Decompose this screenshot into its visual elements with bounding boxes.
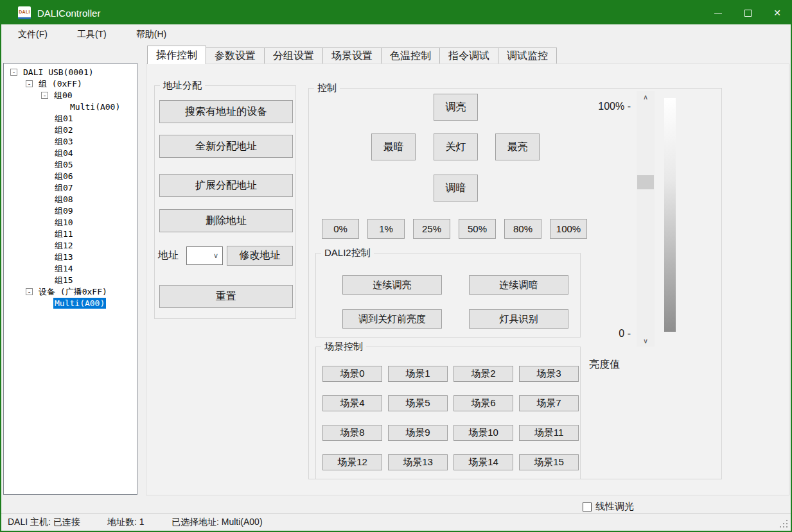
tree-item[interactable]: -DALI USB(0001) xyxy=(4,66,137,78)
dali2-button-3[interactable]: 灯具识别 xyxy=(469,309,568,329)
tree-item[interactable]: -设备 (广播0xFF) xyxy=(4,286,137,297)
address-combobox[interactable]: ∨ xyxy=(186,246,223,265)
control-group: 控制 调亮 最暗 关灯 最亮 调暗 0%1%25%50%80%100% DALI… xyxy=(308,88,722,479)
tree-item[interactable]: 组05 xyxy=(4,159,137,170)
tree-item-label: Multi(A00) xyxy=(69,101,121,112)
tree-item[interactable]: -组 (0xFF) xyxy=(4,78,137,89)
app-icon: DALI xyxy=(18,6,31,19)
percent-button-0[interactable]: 0% xyxy=(322,219,359,239)
tab-6[interactable]: 调试监控 xyxy=(498,47,557,64)
reset-button[interactable]: 重置 xyxy=(159,285,293,308)
tree-item[interactable]: Multi(A00) xyxy=(4,101,137,112)
percent-button-3[interactable]: 50% xyxy=(459,219,496,239)
tree-item[interactable]: 组03 xyxy=(4,135,137,147)
menu-item-1[interactable]: 工具(T) xyxy=(71,26,113,43)
maximize-button[interactable] xyxy=(733,0,762,26)
tree-item[interactable]: 组07 xyxy=(4,182,137,193)
tree-item-label: 组09 xyxy=(53,205,75,216)
scene-button-3[interactable]: 场景3 xyxy=(519,366,579,382)
percent-button-5[interactable]: 100% xyxy=(550,219,587,239)
tree-expander-icon[interactable]: - xyxy=(41,92,48,99)
scene-button-8[interactable]: 场景8 xyxy=(322,425,382,441)
dali2-button-1[interactable]: 连续调暗 xyxy=(469,275,568,295)
tree-item[interactable]: 组10 xyxy=(4,216,137,228)
close-button[interactable]: ✕ xyxy=(762,0,792,26)
tree-item[interactable]: -组00 xyxy=(4,89,137,101)
dali2-button-grid: 连续调亮连续调暗调到关灯前亮度灯具识别 xyxy=(342,275,568,329)
assign-new-address-button[interactable]: 全新分配地址 xyxy=(159,135,293,158)
tree-item[interactable]: 组11 xyxy=(4,228,137,239)
scene-button-1[interactable]: 场景1 xyxy=(388,366,448,382)
percent-button-4[interactable]: 80% xyxy=(504,219,541,239)
dali2-button-2[interactable]: 调到关灯前亮度 xyxy=(342,309,442,329)
scene-button-7[interactable]: 场景7 xyxy=(519,395,579,411)
tab-2[interactable]: 分组设置 xyxy=(265,47,323,64)
brightness-value-label: 亮度值 xyxy=(589,358,620,372)
dim-up-button[interactable]: 调亮 xyxy=(434,94,478,121)
tree-item-label: 组08 xyxy=(53,194,75,205)
tree-expander-icon[interactable]: - xyxy=(26,288,33,295)
slider-min-label: 0 - xyxy=(592,328,631,339)
brightness-gradient-bar xyxy=(664,98,676,332)
tab-4[interactable]: 色温控制 xyxy=(382,47,440,64)
scroll-down-arrow-icon[interactable]: ∨ xyxy=(637,335,655,347)
tree-item[interactable]: 组12 xyxy=(4,239,137,251)
min-brightness-button[interactable]: 最暗 xyxy=(371,133,416,160)
tab-3[interactable]: 场景设置 xyxy=(323,47,382,64)
scene-button-15[interactable]: 场景15 xyxy=(519,454,579,470)
delete-address-button[interactable]: 删除地址 xyxy=(159,209,293,232)
scene-button-13[interactable]: 场景13 xyxy=(388,454,448,470)
tree-item[interactable]: 组13 xyxy=(4,251,137,262)
menu-item-0[interactable]: 文件(F) xyxy=(12,26,54,43)
tab-5[interactable]: 指令调试 xyxy=(440,47,498,64)
scene-button-12[interactable]: 场景12 xyxy=(322,454,382,470)
tree-item[interactable]: 组02 xyxy=(4,124,137,135)
resize-grip[interactable] xyxy=(786,526,788,528)
maximize-icon xyxy=(744,10,752,17)
scene-button-14[interactable]: 场景14 xyxy=(453,454,513,470)
tree-item[interactable]: 组04 xyxy=(4,147,137,159)
tree-expander-icon[interactable]: - xyxy=(26,80,33,87)
linear-dimming-label: 线性调光 xyxy=(595,501,634,513)
tree-expander-icon[interactable]: - xyxy=(10,69,17,76)
tree-item-label: 组11 xyxy=(53,228,75,239)
dali2-button-0[interactable]: 连续调亮 xyxy=(342,275,442,295)
scene-button-6[interactable]: 场景6 xyxy=(453,395,513,411)
tree-item[interactable]: 组14 xyxy=(4,262,137,274)
percent-button-1[interactable]: 1% xyxy=(367,219,405,239)
scene-button-11[interactable]: 场景11 xyxy=(519,425,579,441)
tree-item[interactable]: 组08 xyxy=(4,193,137,205)
tree-item[interactable]: 组06 xyxy=(4,170,137,182)
scene-button-10[interactable]: 场景10 xyxy=(453,425,513,441)
scrollbar-thumb[interactable] xyxy=(637,175,654,189)
tree-item-label: 组12 xyxy=(53,240,75,251)
scene-button-9[interactable]: 场景9 xyxy=(388,425,448,441)
tree-item[interactable]: 组09 xyxy=(4,205,137,216)
status-selected-address: 已选择地址: Multi(A00) xyxy=(172,517,263,528)
status-address-count: 地址数: 1 xyxy=(107,517,145,528)
search-addressed-devices-button[interactable]: 搜索有地址的设备 xyxy=(159,100,293,123)
menu-item-2[interactable]: 帮助(H) xyxy=(130,26,173,43)
device-tree: -DALI USB(0001)-组 (0xFF)-组00Multi(A00)组0… xyxy=(3,63,137,495)
percent-button-2[interactable]: 25% xyxy=(413,219,450,239)
minimize-button[interactable] xyxy=(703,0,733,26)
tab-0[interactable]: 操作控制 xyxy=(147,46,206,64)
tree-item[interactable]: 组15 xyxy=(4,274,137,286)
tree-item[interactable]: 组01 xyxy=(4,112,137,124)
scene-button-4[interactable]: 场景4 xyxy=(322,395,382,411)
extend-assign-address-button[interactable]: 扩展分配地址 xyxy=(159,174,293,197)
linear-dimming-checkbox[interactable] xyxy=(583,502,592,511)
tree-item-label: 设备 (广播0xFF) xyxy=(37,286,109,297)
scene-button-2[interactable]: 场景2 xyxy=(453,366,513,382)
scene-button-0[interactable]: 场景0 xyxy=(322,366,382,382)
max-brightness-button[interactable]: 最亮 xyxy=(495,133,540,160)
tree-item[interactable]: Multi(A00) xyxy=(4,297,137,309)
slider-max-label: 100% - xyxy=(592,101,631,112)
light-off-button[interactable]: 关灯 xyxy=(434,133,478,160)
scene-button-5[interactable]: 场景5 xyxy=(388,395,448,411)
brightness-scrollbar[interactable]: ∧ ∨ xyxy=(637,91,655,347)
scroll-up-arrow-icon[interactable]: ∧ xyxy=(637,91,655,103)
modify-address-button[interactable]: 修改地址 xyxy=(227,246,293,266)
dim-down-button[interactable]: 调暗 xyxy=(434,175,478,202)
tab-1[interactable]: 参数设置 xyxy=(206,47,265,64)
